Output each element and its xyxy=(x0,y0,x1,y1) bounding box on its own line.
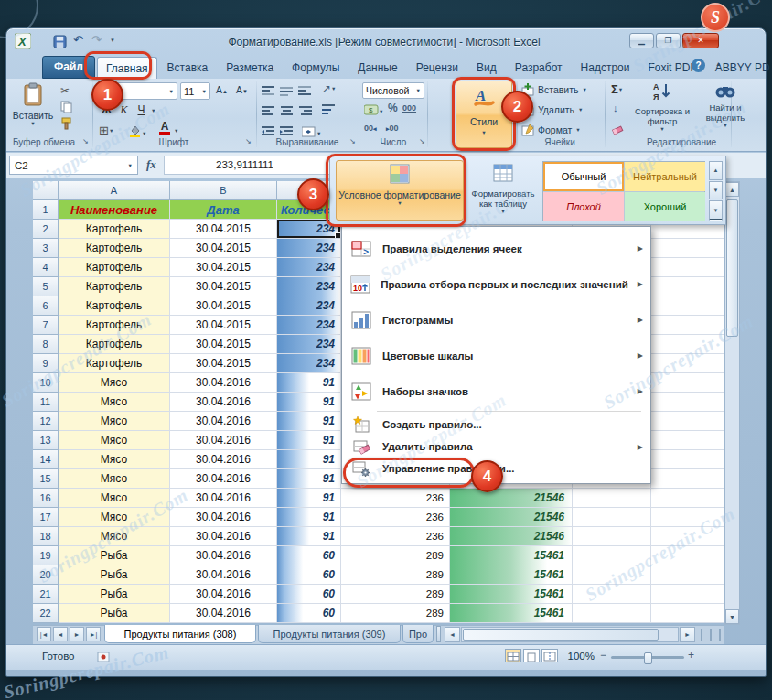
cell-A11[interactable]: Мясо xyxy=(59,393,170,412)
cell-C11[interactable]: 91 xyxy=(277,393,341,412)
tab-page-layout[interactable]: Разметка xyxy=(218,57,282,79)
cell-B12[interactable]: 30.04.2016 xyxy=(170,412,277,431)
wrap-text-icon[interactable] xyxy=(322,102,337,119)
autosum-button[interactable]: Σ▼ xyxy=(611,82,623,96)
percent-style-button[interactable]: % xyxy=(388,102,398,114)
cell-C12[interactable]: 91 xyxy=(277,412,341,431)
cell-G12[interactable] xyxy=(651,412,724,431)
cell-B10[interactable]: 30.04.2016 xyxy=(170,373,277,393)
font-color-dropdown-icon[interactable]: ▼ xyxy=(174,128,178,134)
clear-icon[interactable] xyxy=(611,123,624,139)
row-header-7[interactable]: 7 xyxy=(33,316,59,335)
cell-F18[interactable] xyxy=(573,527,651,546)
cell-C9[interactable]: 234 xyxy=(277,354,341,373)
horizontal-scroll-thumb[interactable] xyxy=(463,629,659,641)
cell-E21[interactable]: 15461 xyxy=(450,585,573,604)
page-layout-view-icon[interactable] xyxy=(523,649,540,662)
cell-A9[interactable]: Картофель xyxy=(59,354,170,373)
cell-G9[interactable] xyxy=(651,354,724,373)
grow-font-button[interactable]: А▲ xyxy=(216,84,228,95)
gallery-more-icon[interactable]: ▼ xyxy=(709,200,723,221)
row-header-20[interactable]: 20 xyxy=(33,565,59,585)
cell-C18[interactable]: 91 xyxy=(277,527,341,546)
font-color-icon[interactable]: А xyxy=(159,122,170,135)
cell-A16[interactable]: Мясо xyxy=(59,489,170,508)
shrink-font-button[interactable]: А▼ xyxy=(236,84,248,95)
cell-B19[interactable]: 30.04.2016 xyxy=(170,546,277,565)
formula-input[interactable]: 233,9111111 xyxy=(164,156,338,175)
cell-F16[interactable] xyxy=(573,489,651,508)
cell-G10[interactable] xyxy=(651,373,724,393)
cell-B5[interactable]: 30.04.2015 xyxy=(170,277,277,296)
cell-C10[interactable]: 91 xyxy=(277,373,341,393)
row-header-12[interactable]: 12 xyxy=(33,412,59,431)
cell-G14[interactable] xyxy=(651,450,724,469)
minimize-ribbon-icon[interactable]: ▲ xyxy=(715,60,722,67)
cell-C17[interactable]: 91 xyxy=(277,508,341,527)
minimize-button[interactable]: ▁ xyxy=(629,33,654,48)
cell-A15[interactable]: Мясо xyxy=(59,469,170,489)
zoom-out-icon[interactable]: − xyxy=(600,649,606,662)
cell-B7[interactable]: 30.04.2015 xyxy=(170,316,277,335)
cell-F22[interactable] xyxy=(573,604,651,623)
paste-button[interactable]: Вставить ▼ xyxy=(11,82,55,135)
style-normal[interactable]: Обычный xyxy=(543,162,624,191)
row-header-17[interactable]: 17 xyxy=(33,508,59,527)
undo-icon[interactable]: ↶ xyxy=(73,33,83,47)
cell-E16[interactable]: 21546 xyxy=(450,489,573,508)
help-icon[interactable]: ? xyxy=(692,59,705,72)
insert-cells-button[interactable]: Вставить▼ xyxy=(521,83,587,96)
cell-C4[interactable]: 234 xyxy=(277,258,341,277)
cell-D17[interactable]: 236 xyxy=(341,508,450,527)
fill-icon[interactable]: ↓ xyxy=(613,102,618,113)
tab-addins[interactable]: Надстрои xyxy=(573,57,638,79)
first-sheet-icon[interactable]: |◄ xyxy=(37,627,51,641)
align-bottom-icon[interactable] xyxy=(298,84,313,101)
cell-F21[interactable] xyxy=(573,585,651,604)
cell-G4[interactable] xyxy=(651,258,724,277)
cut-icon[interactable]: ✂ xyxy=(60,84,70,97)
cell-G8[interactable] xyxy=(651,335,724,354)
increase-decimal-button[interactable]: 00◂ xyxy=(364,124,377,133)
row-header-18[interactable]: 18 xyxy=(33,527,59,546)
cell-D18[interactable]: 236 xyxy=(341,527,450,546)
cell-F19[interactable] xyxy=(573,546,651,565)
cell-E17[interactable]: 21546 xyxy=(450,508,573,527)
hscroll-right-icon[interactable]: ► xyxy=(680,627,695,642)
align-middle-icon[interactable] xyxy=(280,84,295,101)
cell-B3[interactable]: 30.04.2015 xyxy=(170,239,277,258)
row-header-13[interactable]: 13 xyxy=(33,431,59,450)
cell-C13[interactable]: 91 xyxy=(277,431,341,450)
underline-dropdown-icon[interactable]: ▼ xyxy=(151,108,155,113)
cell-F17[interactable] xyxy=(573,508,651,527)
borders-icon[interactable]: ⊞▼ xyxy=(99,124,113,137)
underline-button[interactable]: Ч xyxy=(134,102,149,118)
cell-A14[interactable]: Мясо xyxy=(59,450,170,469)
cell-B13[interactable]: 30.04.2016 xyxy=(170,431,277,450)
cell-A13[interactable]: Мясо xyxy=(59,431,170,450)
cell-A19[interactable]: Рыба xyxy=(59,546,170,565)
name-box[interactable]: C2 ▼ xyxy=(9,156,138,175)
align-left-icon[interactable] xyxy=(262,104,276,121)
next-sheet-icon[interactable]: ► xyxy=(70,627,84,641)
cell-D21[interactable]: 289 xyxy=(341,585,450,604)
cell-B1[interactable]: Дата xyxy=(170,200,277,220)
select-all-corner[interactable] xyxy=(33,181,59,200)
clipboard-dialog-launcher-icon[interactable]: ↘ xyxy=(82,138,89,145)
style-neutral[interactable]: Нейтральный xyxy=(625,162,705,191)
sort-filter-button[interactable]: АЯ Сортировка и фильтр ▼ xyxy=(633,81,692,141)
cell-B18[interactable]: 30.04.2016 xyxy=(170,527,277,546)
row-header-11[interactable]: 11 xyxy=(33,393,59,412)
redo-icon[interactable]: ↷ xyxy=(91,33,102,47)
row-header-15[interactable]: 15 xyxy=(33,469,59,489)
cell-A5[interactable]: Картофель xyxy=(59,277,170,296)
cell-A21[interactable]: Рыба xyxy=(59,585,170,604)
cell-A10[interactable]: Мясо xyxy=(59,373,170,393)
scroll-down-icon[interactable]: ▼ xyxy=(725,609,739,624)
maximize-button[interactable]: ❐ xyxy=(656,33,681,48)
cell-B22[interactable]: 30.04.2016 xyxy=(170,604,277,623)
save-icon[interactable] xyxy=(53,35,67,52)
cell-A7[interactable]: Картофель xyxy=(59,316,170,335)
vertical-scrollbar[interactable]: ▲ ▼ xyxy=(724,181,740,625)
number-dialog-launcher-icon[interactable]: ↘ xyxy=(419,138,425,145)
